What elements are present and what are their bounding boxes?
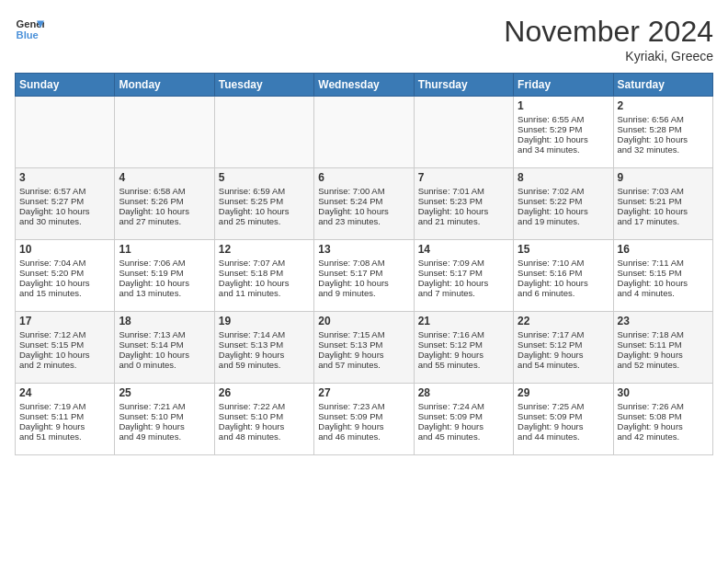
day-info: Daylight: 10 hours xyxy=(618,134,709,144)
day-info: and 19 minutes. xyxy=(518,216,609,226)
calendar-cell: 11Sunrise: 7:06 AMSunset: 5:19 PMDayligh… xyxy=(115,240,214,312)
day-info: Daylight: 9 hours xyxy=(219,421,310,431)
day-info: Sunset: 5:10 PM xyxy=(219,411,310,421)
day-number: 28 xyxy=(418,386,509,399)
day-info: Daylight: 9 hours xyxy=(318,350,409,360)
weekday-header: Friday xyxy=(514,74,613,97)
day-info: Daylight: 10 hours xyxy=(219,206,310,216)
day-info: Daylight: 10 hours xyxy=(19,206,110,216)
day-info: Sunset: 5:12 PM xyxy=(418,339,509,350)
day-info: Sunset: 5:17 PM xyxy=(318,268,409,278)
day-info: and 46 minutes. xyxy=(318,431,409,442)
day-info: Sunset: 5:18 PM xyxy=(219,268,310,278)
calendar-cell: 17Sunrise: 7:12 AMSunset: 5:15 PMDayligh… xyxy=(16,312,115,384)
day-info: Daylight: 9 hours xyxy=(219,350,310,360)
day-info: Sunset: 5:10 PM xyxy=(119,411,210,421)
day-info: Daylight: 10 hours xyxy=(618,278,709,288)
day-info: Daylight: 9 hours xyxy=(618,421,709,431)
day-info: and 45 minutes. xyxy=(418,431,509,442)
day-info: and 13 minutes. xyxy=(119,288,210,298)
calendar-cell: 30Sunrise: 7:26 AMSunset: 5:08 PMDayligh… xyxy=(613,384,712,455)
day-info: Sunset: 5:09 PM xyxy=(418,411,509,421)
calendar-cell: 23Sunrise: 7:18 AMSunset: 5:11 PMDayligh… xyxy=(613,312,712,384)
day-number: 13 xyxy=(318,243,409,256)
day-info: Sunrise: 7:08 AM xyxy=(318,258,409,268)
day-info: Sunset: 5:19 PM xyxy=(119,268,210,278)
day-info: Daylight: 9 hours xyxy=(518,350,609,360)
day-info: Sunrise: 7:26 AM xyxy=(618,401,709,411)
day-info: Sunrise: 7:16 AM xyxy=(418,329,509,339)
day-info: Sunrise: 6:58 AM xyxy=(119,186,210,196)
day-number: 20 xyxy=(318,315,409,327)
day-info: and 25 minutes. xyxy=(219,216,310,226)
day-info: Sunrise: 7:07 AM xyxy=(219,258,310,268)
day-info: Daylight: 10 hours xyxy=(518,134,609,144)
day-info: Sunrise: 7:22 AM xyxy=(219,401,310,411)
calendar-week-row: 24Sunrise: 7:19 AMSunset: 5:11 PMDayligh… xyxy=(16,384,713,455)
day-info: and 0 minutes. xyxy=(119,360,210,370)
day-info: Daylight: 10 hours xyxy=(119,278,210,288)
calendar-cell xyxy=(414,97,513,168)
day-info: and 23 minutes. xyxy=(318,216,409,226)
day-info: Sunrise: 6:55 AM xyxy=(518,114,609,124)
day-info: Sunrise: 7:03 AM xyxy=(618,186,709,196)
day-info: Daylight: 9 hours xyxy=(119,421,210,431)
calendar-cell: 5Sunrise: 6:59 AMSunset: 5:25 PMDaylight… xyxy=(214,168,313,240)
day-info: and 59 minutes. xyxy=(219,360,310,370)
day-info: Sunrise: 6:56 AM xyxy=(618,114,709,124)
day-info: Sunrise: 7:13 AM xyxy=(119,329,210,339)
day-info: Sunset: 5:15 PM xyxy=(618,268,709,278)
day-info: Daylight: 10 hours xyxy=(119,206,210,216)
day-info: Daylight: 10 hours xyxy=(318,278,409,288)
day-info: Sunset: 5:27 PM xyxy=(19,196,110,206)
calendar-cell xyxy=(214,97,313,168)
day-number: 22 xyxy=(518,315,609,327)
day-info: Daylight: 10 hours xyxy=(119,350,210,360)
calendar-week-row: 3Sunrise: 6:57 AMSunset: 5:27 PMDaylight… xyxy=(16,168,713,240)
calendar-cell: 22Sunrise: 7:17 AMSunset: 5:12 PMDayligh… xyxy=(514,312,613,384)
calendar-cell: 29Sunrise: 7:25 AMSunset: 5:09 PMDayligh… xyxy=(514,384,613,455)
day-info: Sunset: 5:09 PM xyxy=(518,411,609,421)
calendar-cell: 27Sunrise: 7:23 AMSunset: 5:09 PMDayligh… xyxy=(314,384,414,455)
day-info: Sunrise: 7:24 AM xyxy=(418,401,509,411)
day-number: 2 xyxy=(618,99,709,112)
day-info: Sunset: 5:21 PM xyxy=(618,196,709,206)
location-title: Kyriaki, Greece xyxy=(504,49,713,63)
calendar-cell: 10Sunrise: 7:04 AMSunset: 5:20 PMDayligh… xyxy=(16,240,115,312)
calendar-cell: 4Sunrise: 6:58 AMSunset: 5:26 PMDaylight… xyxy=(115,168,214,240)
calendar-cell: 20Sunrise: 7:15 AMSunset: 5:13 PMDayligh… xyxy=(314,312,414,384)
day-info: Sunset: 5:22 PM xyxy=(518,196,609,206)
calendar-cell: 15Sunrise: 7:10 AMSunset: 5:16 PMDayligh… xyxy=(514,240,613,312)
day-info: Daylight: 10 hours xyxy=(518,206,609,216)
day-info: and 15 minutes. xyxy=(19,288,110,298)
day-number: 26 xyxy=(219,386,310,399)
weekday-header: Sunday xyxy=(16,74,115,97)
day-info: Daylight: 10 hours xyxy=(318,206,409,216)
day-info: and 57 minutes. xyxy=(318,360,409,370)
day-number: 21 xyxy=(418,315,509,327)
month-title: November 2024 xyxy=(504,15,713,49)
weekday-header: Thursday xyxy=(414,74,513,97)
day-info: Sunset: 5:15 PM xyxy=(19,339,110,350)
day-info: Daylight: 9 hours xyxy=(418,421,509,431)
day-info: Daylight: 9 hours xyxy=(318,421,409,431)
day-info: Sunrise: 7:19 AM xyxy=(19,401,110,411)
weekday-header: Wednesday xyxy=(314,74,414,97)
day-info: Sunrise: 7:15 AM xyxy=(318,329,409,339)
day-number: 11 xyxy=(119,243,210,256)
day-number: 1 xyxy=(518,99,609,112)
day-info: and 17 minutes. xyxy=(618,216,709,226)
day-number: 5 xyxy=(219,171,310,184)
day-info: Daylight: 10 hours xyxy=(19,278,110,288)
day-info: and 44 minutes. xyxy=(518,431,609,442)
calendar-cell: 25Sunrise: 7:21 AMSunset: 5:10 PMDayligh… xyxy=(115,384,214,455)
day-info: Sunrise: 7:00 AM xyxy=(318,186,409,196)
day-info: Sunset: 5:11 PM xyxy=(618,339,709,350)
day-number: 6 xyxy=(318,171,409,184)
day-info: Sunrise: 7:12 AM xyxy=(19,329,110,339)
calendar-cell: 14Sunrise: 7:09 AMSunset: 5:17 PMDayligh… xyxy=(414,240,513,312)
day-info: Sunrise: 7:10 AM xyxy=(518,258,609,268)
day-number: 18 xyxy=(119,315,210,327)
day-number: 10 xyxy=(19,243,110,256)
svg-text:Blue: Blue xyxy=(17,29,39,40)
